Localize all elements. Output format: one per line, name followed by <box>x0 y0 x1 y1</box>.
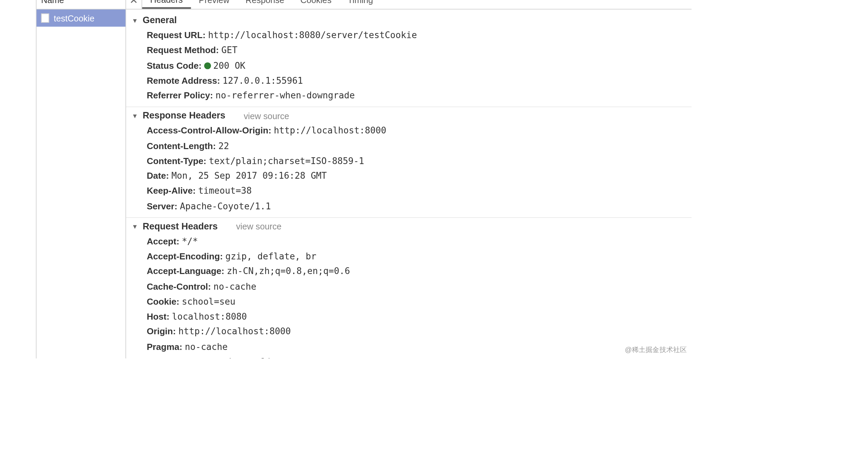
header-row: Access-Control-Allow-Origin: http://loca… <box>132 123 686 138</box>
header-row: Cookie: school=seu <box>132 294 686 309</box>
header-value: GET <box>221 45 237 55</box>
header-row: Accept-Language: zh-CN,zh;q=0.8,en;q=0.6 <box>132 264 686 279</box>
header-row: Pragma: no-cache <box>132 339 686 354</box>
header-value: localhost:8080 <box>172 311 247 322</box>
file-icon <box>41 14 49 23</box>
detail-tab-response[interactable]: Response <box>237 0 292 9</box>
header-value: gzip, deflate, br <box>226 251 316 261</box>
header-value: */* <box>182 236 198 246</box>
header-key: Proxy-Connection: <box>147 357 227 358</box>
section-title: General <box>143 15 177 26</box>
section-request-headers: ▼Request Headersview sourceAccept: */*Ac… <box>126 218 692 358</box>
header-key: Status Code: <box>147 60 202 70</box>
header-key: Request URL: <box>147 30 206 40</box>
root: i localhost:8000/index.html ☆ ◉ ⋮ <box>0 0 692 358</box>
header-value: http://localhost:8000 <box>179 326 291 337</box>
section-header[interactable]: ▼Response Headersview source <box>132 108 686 123</box>
main-split: ElementsConsoleSourcesNetworkPerformance… <box>0 0 692 358</box>
detail-tab-headers[interactable]: Headers <box>142 0 191 9</box>
header-value: Apache-Coyote/1.1 <box>180 201 271 211</box>
header-value: no-cache <box>185 341 228 352</box>
header-key: Accept-Encoding: <box>147 251 223 261</box>
detail-tab-cookies[interactable]: Cookies <box>292 0 340 9</box>
header-row: Remote Address: 127.0.0.1:55961 <box>132 73 686 88</box>
disclosure-triangle-icon: ▼ <box>132 17 138 24</box>
watermark: @稀土掘金技术社区 <box>625 345 687 355</box>
section-title: Response Headers <box>143 111 226 121</box>
header-value: 127.0.0.1:55961 <box>222 75 303 85</box>
section-response-headers: ▼Response Headersview sourceAccess-Contr… <box>126 107 692 218</box>
request-detail: ✕ HeadersPreviewResponseCookiesTiming ▼G… <box>126 0 692 358</box>
section-header[interactable]: ▼Request Headersview source <box>132 219 686 234</box>
header-key: Access-Control-Allow-Origin: <box>147 126 272 135</box>
header-key: Accept-Language: <box>147 266 224 276</box>
detail-body: ▼GeneralRequest URL: http://localhost:80… <box>126 10 692 358</box>
header-value: 200 OK <box>213 60 245 70</box>
header-value: http://localhost:8080/server/testCookie <box>208 30 417 40</box>
header-value: Mon, 25 Sep 2017 09:16:28 GMT <box>171 171 327 181</box>
header-key: Remote Address: <box>147 75 220 85</box>
request-row[interactable]: testCookie <box>36 10 125 27</box>
detail-tab-timing[interactable]: Timing <box>340 0 381 9</box>
header-key: Cookie: <box>147 296 180 306</box>
header-row: Server: Apache-Coyote/1.1 <box>132 198 686 213</box>
header-value: text/plain;charset=ISO-8859-1 <box>209 156 364 166</box>
view-source-link[interactable]: view source <box>244 111 289 121</box>
header-row: Date: Mon, 25 Sep 2017 09:16:28 GMT <box>132 168 686 183</box>
header-row: Cache-Control: no-cache <box>132 279 686 294</box>
header-value: keep-alive <box>229 357 282 358</box>
header-key: Origin: <box>147 326 176 336</box>
devtools-panel: ElementsConsoleSourcesNetworkPerformance… <box>36 0 692 358</box>
header-row: Status Code: 200 OK <box>132 58 686 73</box>
header-value: http://localhost:8000 <box>274 126 386 136</box>
network-content: Name testCookie ✕ HeadersPreviewResponse… <box>36 0 692 358</box>
header-row: Accept: */* <box>132 234 686 249</box>
header-value: zh-CN,zh;q=0.8,en;q=0.6 <box>227 266 350 276</box>
section-general: ▼GeneralRequest URL: http://localhost:80… <box>126 12 692 107</box>
header-row: Content-Length: 22 <box>132 138 686 153</box>
section-title: Request Headers <box>143 221 218 231</box>
request-name: testCookie <box>54 13 94 23</box>
header-key: Content-Type: <box>147 156 206 165</box>
header-value: school=seu <box>182 296 235 306</box>
header-key: Content-Length: <box>147 141 216 150</box>
disclosure-triangle-icon: ▼ <box>132 112 138 119</box>
header-key: Referrer Policy: <box>147 91 213 100</box>
section-header[interactable]: ▼General <box>132 13 686 28</box>
header-key: Date: <box>147 171 169 181</box>
header-key: Request Method: <box>147 45 219 55</box>
header-value: 22 <box>218 141 229 151</box>
header-value: no-cache <box>214 281 257 291</box>
disclosure-triangle-icon: ▼ <box>132 223 138 230</box>
header-row: Accept-Encoding: gzip, deflate, br <box>132 249 686 264</box>
header-key: Accept: <box>147 236 180 246</box>
header-row: Request URL: http://localhost:8080/serve… <box>132 28 686 43</box>
name-column-header[interactable]: Name <box>36 0 125 10</box>
header-key: Server: <box>147 201 177 211</box>
header-value: timeout=38 <box>198 186 252 196</box>
detail-close-button[interactable]: ✕ <box>126 0 142 9</box>
detail-tabs: ✕ HeadersPreviewResponseCookiesTiming <box>126 0 692 10</box>
header-row: Request Method: GET <box>132 43 686 58</box>
header-value: no-referrer-when-downgrade <box>216 91 355 101</box>
header-key: Host: <box>147 311 170 321</box>
status-dot-icon <box>204 63 211 69</box>
header-row: Keep-Alive: timeout=38 <box>132 183 686 198</box>
header-row: Host: localhost:8080 <box>132 309 686 324</box>
header-key: Pragma: <box>147 341 183 351</box>
header-row: Origin: http://localhost:8000 <box>132 324 686 339</box>
header-key: Keep-Alive: <box>147 186 196 196</box>
header-row: Content-Type: text/plain;charset=ISO-885… <box>132 154 686 168</box>
header-row: Referrer Policy: no-referrer-when-downgr… <box>132 88 686 103</box>
view-source-link[interactable]: view source <box>236 221 281 231</box>
request-list: Name testCookie <box>36 0 126 358</box>
page-viewport <box>0 0 36 358</box>
header-row: Proxy-Connection: keep-alive <box>132 354 686 358</box>
detail-tab-preview[interactable]: Preview <box>191 0 237 9</box>
header-key: Cache-Control: <box>147 281 211 291</box>
